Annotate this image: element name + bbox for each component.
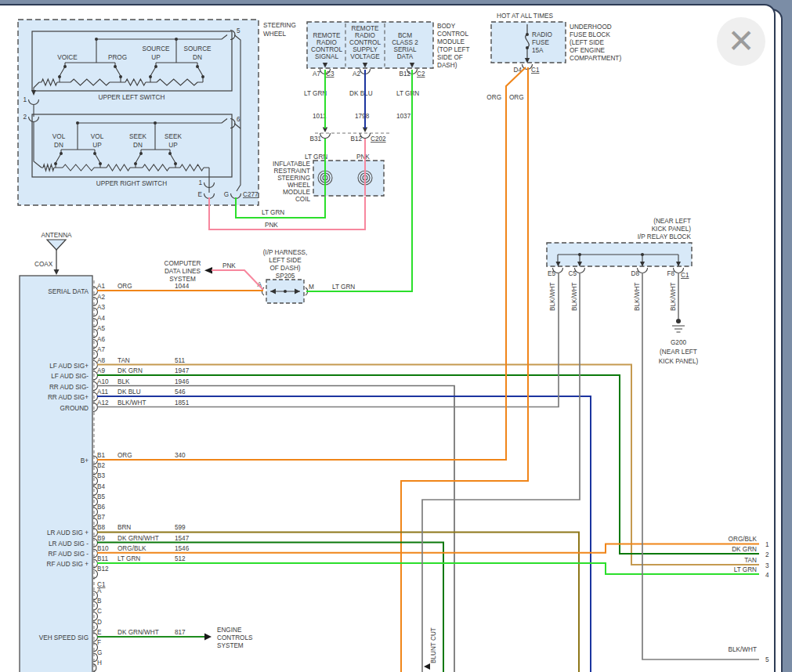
arrow-right-icon — [204, 634, 212, 641]
svg-text:WHEEL: WHEEL — [263, 31, 287, 38]
pin-e: E — [198, 191, 203, 198]
radio-pin-b1: B1 — [97, 452, 105, 459]
svg-text:STEERING: STEERING — [277, 175, 310, 182]
bcm-pin-a2: A2 — [353, 70, 360, 78]
svg-text:CONTROLS: CONTROLS — [217, 634, 253, 641]
svg-text:OF DASH): OF DASH) — [269, 265, 300, 272]
svg-text:ENGINE: ENGINE — [217, 627, 242, 634]
button-prog: PROG — [108, 54, 127, 61]
ip-relay-block: (NEAR LEFT KICK PANEL) I/P RELAY BLOCK E… — [547, 218, 698, 365]
wire-color-pnk-coil: PNK — [356, 154, 370, 161]
connector-c202: B31 B12 C202 LT GRN PNK — [305, 128, 392, 161]
button-vol-up: VOL — [91, 133, 104, 140]
svg-text:C: C — [97, 608, 102, 615]
svg-text:1851: 1851 — [175, 399, 190, 406]
svg-text:A11: A11 — [97, 388, 108, 396]
ground-g200: G200 (NEAR LEFT KICK PANEL) — [659, 319, 699, 365]
relay-block-label: (NEAR LEFT — [653, 218, 691, 225]
svg-text:DN: DN — [193, 54, 202, 61]
button-seek-dn: SEEK — [129, 133, 146, 140]
ground-name: G200 — [671, 339, 686, 346]
svg-text:I/P RELAY BLOCK: I/P RELAY BLOCK — [638, 233, 692, 240]
svg-text:340: 340 — [175, 452, 186, 459]
svg-text:B3: B3 — [97, 472, 105, 479]
svg-text:DK BLU: DK BLU — [118, 388, 141, 396]
edge-num-1: 1 — [765, 541, 769, 548]
svg-text:SIDE OF: SIDE OF — [437, 54, 463, 61]
svg-text:DATA LINES: DATA LINES — [165, 268, 201, 275]
wire-color-pnk-data: PNK — [222, 262, 236, 269]
edge-color-2: DK GRN — [732, 546, 757, 553]
circuit-1798: 1798 — [355, 113, 370, 120]
svg-text:DASH): DASH) — [437, 62, 457, 69]
coil-module: INFLATABLE RESTRAINT STEERING WHEEL MODU… — [273, 161, 384, 203]
wire-color-org-right: ORG — [509, 94, 524, 101]
svg-text:DN: DN — [133, 142, 143, 149]
edge-color-1: ORG/BLK — [729, 536, 758, 543]
wire-a12-blkwht-1851 — [97, 273, 559, 407]
signal-lf-aud-minus: LF AUD SIG- — [51, 373, 89, 380]
svg-text:RADIO: RADIO — [355, 32, 375, 39]
signal-rr-aud-plus: RR AUD SIG+ — [48, 394, 89, 401]
wire-c5-blkwht-bluntcut — [422, 273, 580, 672]
signal-serial-data: SERIAL DATA — [48, 288, 89, 295]
coil-label: INFLATABLE — [273, 161, 310, 168]
signal-lr-aud-plus: LR AUD SIG + — [47, 529, 89, 537]
wire-b10-orgblk-1546 — [97, 544, 759, 553]
splice-label: (I/P HARNESS, — [263, 249, 308, 256]
svg-text:OF ENGINE: OF ENGINE — [570, 47, 606, 54]
svg-text:SYSTEM: SYSTEM — [169, 276, 196, 283]
svg-text:A10: A10 — [97, 378, 109, 385]
svg-text:CONTROL: CONTROL — [349, 39, 381, 46]
edge-num-4: 4 — [765, 572, 769, 579]
wire-pnk-data-splice — [212, 270, 263, 290]
svg-text:B6: B6 — [97, 504, 105, 511]
pin-6: 6 — [237, 116, 240, 123]
close-button[interactable]: ✕ — [717, 17, 765, 66]
svg-text:LT GRN: LT GRN — [118, 555, 140, 562]
svg-text:A3: A3 — [97, 304, 105, 311]
svg-text:1946: 1946 — [175, 378, 190, 385]
svg-text:SUPPLY: SUPPLY — [353, 46, 378, 53]
svg-text:KICK PANEL): KICK PANEL) — [659, 358, 699, 365]
svg-text:WHEEL: WHEEL — [288, 182, 311, 189]
svg-text:ORG: ORG — [118, 283, 132, 290]
svg-text:1947: 1947 — [175, 367, 190, 374]
c202-label: C202 — [371, 135, 386, 143]
svg-text:817: 817 — [175, 629, 186, 636]
svg-text:SYSTEM: SYSTEM — [217, 642, 244, 649]
steering-wheel-label: STEERING — [263, 22, 296, 29]
svg-text:(LEFT SIDE: (LEFT SIDE — [570, 39, 605, 46]
bcm-module: REMOTE RADIO CONTROL SIGNAL REMOTE RADIO… — [304, 22, 470, 120]
wire-d8-blkwht — [642, 273, 759, 659]
bcm-location-label: BODY — [437, 23, 456, 30]
svg-text:RESTRAINT: RESTRAINT — [274, 168, 310, 175]
svg-text:BRN: BRN — [118, 524, 131, 531]
svg-text:DATA: DATA — [397, 53, 414, 60]
relay-wire-label-1: BLK/WHT — [549, 283, 556, 311]
radio-pin-e: E — [97, 629, 102, 636]
svg-text:A9: A9 — [97, 367, 105, 374]
svg-text:G: G — [97, 649, 102, 656]
arrow-left-icon — [204, 267, 212, 274]
edge-color-3: TAN — [744, 557, 757, 564]
blunt-cut-label: BLUNT CUT — [424, 627, 437, 670]
signal-lf-aud-plus: LF AUD SIG+ — [49, 363, 89, 370]
bcm-channel-signal: REMOTE — [313, 32, 341, 39]
close-icon: ✕ — [727, 25, 754, 58]
svg-text:DK GRN/WHT: DK GRN/WHT — [118, 629, 159, 636]
underhood-fuse-block: HOT AT ALL TIMES RADIO FUSE 15A UNDERHOO… — [486, 13, 621, 101]
svg-text:UP: UP — [168, 142, 178, 149]
svg-text:KICK PANEL): KICK PANEL) — [652, 226, 692, 233]
splice-pin-m: M — [309, 284, 314, 291]
svg-text:RADIO: RADIO — [316, 39, 337, 46]
antenna-icon — [47, 240, 66, 250]
edge-num-5: 5 — [765, 656, 769, 663]
wire-color-ltgrn-steering: LT GRN — [262, 209, 284, 216]
hot-at-all-times-label: HOT AT ALL TIMES — [497, 13, 553, 20]
bcm-pin-a7: A7 — [313, 70, 320, 78]
fuse-name: RADIO — [532, 31, 552, 38]
button-voice: VOICE — [57, 54, 78, 61]
button-seek-up: SEEK — [165, 133, 182, 140]
svg-text:B5: B5 — [97, 493, 105, 500]
